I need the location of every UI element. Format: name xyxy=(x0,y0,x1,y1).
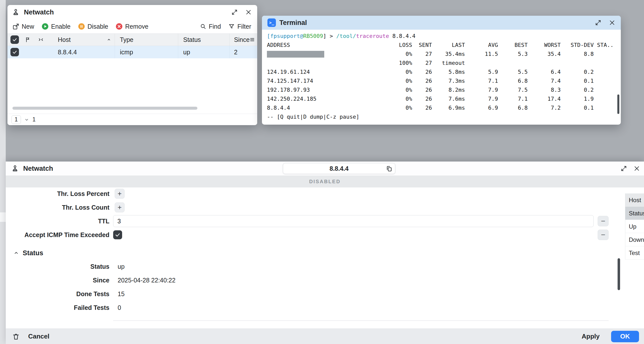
terminal-line-header: ADDRESS LOSS SENT LAST AVG BEST WORST ST… xyxy=(267,41,621,50)
flag-icon xyxy=(25,37,31,43)
enable-button[interactable]: Enable xyxy=(42,23,70,30)
thr-loss-percent-label: Thr. Loss Percent xyxy=(6,188,110,200)
thr-loss-count-row: Thr. Loss Count + xyxy=(6,201,644,214)
accept-icmp-row: Accept ICMP Time Exceeded − xyxy=(6,228,644,241)
terminal-titlebar: >_ Terminal xyxy=(262,16,621,30)
collapse-column-header[interactable] xyxy=(34,34,48,46)
collapse-columns-icon xyxy=(38,37,44,43)
panel-footer: Cancel Apply OK xyxy=(6,328,644,344)
status-label: Status xyxy=(6,260,110,273)
terminal-scrollbar[interactable] xyxy=(617,94,619,114)
host-pill[interactable]: 8.8.4.4 xyxy=(283,163,395,174)
terminal-line-hop3: 124.19.61.124 0% 26 5.8ms 5.9 5.5 6.4 0.… xyxy=(267,68,621,76)
ttl-row: TTL − xyxy=(6,215,644,227)
expand-icon[interactable] xyxy=(595,20,602,26)
failed-tests-value: 0 xyxy=(118,301,121,314)
remove-accept-icmp-button[interactable]: − xyxy=(598,230,608,240)
accept-icmp-checkbox[interactable] xyxy=(113,230,122,239)
vertical-scrollbar[interactable] xyxy=(618,258,620,290)
sort-asc-icon xyxy=(106,37,112,42)
netwatch-list-window: Netwatch New Enable Disab xyxy=(8,5,257,125)
find-button[interactable]: Find xyxy=(200,23,221,30)
left-edge-panel xyxy=(0,0,6,344)
terminal-prompt-line: [fpsupport@RB5009] > /tool/traceroute 8.… xyxy=(267,32,621,41)
sent-count-value: 10 xyxy=(118,325,124,328)
column-header-type[interactable]: Type xyxy=(115,34,178,46)
remove-ttl-button[interactable]: − xyxy=(598,216,608,226)
filter-funnel-icon xyxy=(228,23,235,30)
add-thr-loss-percent-button[interactable]: + xyxy=(115,189,124,199)
new-button[interactable]: New xyxy=(12,23,34,30)
copy-icon[interactable] xyxy=(386,165,392,172)
redacted-address xyxy=(267,51,324,58)
column-settings-icon[interactable] xyxy=(249,37,255,43)
trash-icon[interactable] xyxy=(12,333,20,340)
disabled-banner: DISABLED xyxy=(6,176,644,188)
netwatch-app-icon xyxy=(13,8,20,16)
sent-count-row: Sent Count 10 xyxy=(6,325,644,328)
panel-title: Netwatch xyxy=(23,165,53,172)
filter-button[interactable]: Filter xyxy=(228,23,251,30)
page-total: 1 xyxy=(32,116,36,123)
terminal-line-hop2: 100% 27 timeout xyxy=(267,58,621,68)
tab-status[interactable]: Status xyxy=(625,207,644,220)
horizontal-scrollbar[interactable] xyxy=(12,107,198,110)
terminal-line-hop6: 142.250.224.185 0% 26 7.6ms 7.9 7.1 17.4… xyxy=(267,94,621,104)
chevron-up-icon xyxy=(13,250,19,256)
terminal-output[interactable]: [fpsupport@RB5009] > /tool/traceroute 8.… xyxy=(262,30,621,122)
ttl-input[interactable] xyxy=(113,215,594,227)
remove-button[interactable]: Remove xyxy=(116,23,148,30)
netwatch-form: Thr. Loss Percent + Thr. Loss Count + TT… xyxy=(6,188,644,328)
thr-loss-count-label: Thr. Loss Count xyxy=(6,201,110,214)
detail-titlebar: Netwatch 8.8.4.4 xyxy=(6,162,644,176)
cancel-button[interactable]: Cancel xyxy=(28,332,49,340)
netwatch-toolbar: New Enable Disable Remove Fin xyxy=(8,20,257,34)
section-shortcut-tabs: Host Status Up Down Test xyxy=(625,194,644,260)
new-icon xyxy=(12,23,19,30)
table-row[interactable]: 8.8.4.4 icmp up 2 xyxy=(8,46,257,58)
apply-button[interactable]: Apply xyxy=(582,332,600,340)
netwatch-footer: 1 1 xyxy=(8,114,257,125)
row-since-cell: 2 xyxy=(229,46,257,58)
terminal-line-hop5: 192.178.97.93 0% 26 8.2ms 7.9 7.5 8.3 0.… xyxy=(267,86,621,94)
terminal-window: >_ Terminal [fpsupport@RB5009] > /tool/t… xyxy=(262,16,621,125)
remove-x-icon xyxy=(116,23,122,30)
close-icon[interactable] xyxy=(609,20,615,26)
flag-column-header[interactable] xyxy=(22,34,34,46)
ok-button[interactable]: OK xyxy=(611,331,639,342)
column-header-host[interactable]: Host xyxy=(48,34,115,46)
chevron-down-icon[interactable] xyxy=(24,117,30,122)
disable-pause-icon xyxy=(78,23,85,30)
tab-test[interactable]: Test xyxy=(625,246,644,260)
netwatch-app-icon xyxy=(12,165,20,172)
row-host-cell: 8.8.4.4 xyxy=(48,46,115,58)
tab-down[interactable]: Down xyxy=(625,233,644,246)
host-pill-value: 8.8.4.4 xyxy=(330,165,348,172)
row-flag-cell xyxy=(22,46,34,58)
row-type-cell: icmp xyxy=(115,46,178,58)
done-tests-label: Done Tests xyxy=(6,288,110,300)
disable-button[interactable]: Disable xyxy=(78,23,108,30)
row-checkbox[interactable] xyxy=(8,46,22,58)
failed-tests-label: Failed Tests xyxy=(6,301,110,314)
terminal-line-hop4: 74.125.147.174 0% 26 7.3ms 7.1 6.8 7.4 0… xyxy=(267,76,621,86)
tab-up[interactable]: Up xyxy=(625,220,644,233)
select-all-checkbox[interactable] xyxy=(8,34,22,46)
accept-icmp-label: Accept ICMP Time Exceeded xyxy=(6,228,110,241)
column-header-status[interactable]: Status xyxy=(178,34,229,46)
expand-icon[interactable] xyxy=(231,9,238,16)
terminal-hint-line: -- [Q quit|D dump|C-z pause] xyxy=(267,112,621,122)
tab-host[interactable]: Host xyxy=(625,194,644,207)
close-icon[interactable] xyxy=(245,9,252,16)
status-row: Status up xyxy=(6,260,644,273)
row-collapse-cell xyxy=(34,46,48,58)
add-thr-loss-count-button[interactable]: + xyxy=(115,202,124,212)
terminal-app-icon: >_ xyxy=(268,18,276,27)
status-value: up xyxy=(118,260,124,273)
expand-icon[interactable] xyxy=(620,165,627,172)
status-section-toggle[interactable]: Status xyxy=(6,247,43,259)
page-number-box[interactable]: 1 xyxy=(12,116,21,124)
close-icon[interactable] xyxy=(634,165,640,172)
window-title: Terminal xyxy=(280,19,307,27)
done-tests-row: Done Tests 15 xyxy=(6,288,644,300)
